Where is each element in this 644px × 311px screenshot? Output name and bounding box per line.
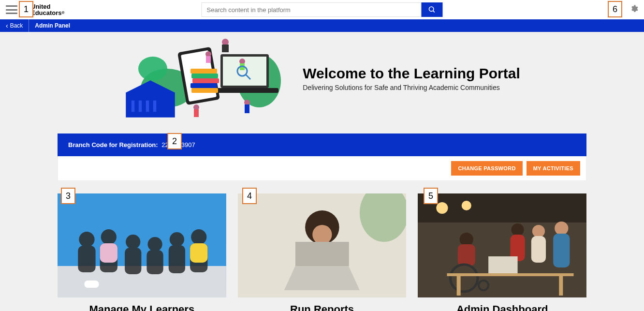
card-manage-learners[interactable]: Manage My Learners — [58, 193, 226, 311]
back-button[interactable]: ‹ Back — [0, 19, 29, 32]
back-label: Back — [10, 22, 23, 29]
top-bar: United Educators — [0, 0, 644, 19]
search-button[interactable] — [422, 2, 443, 17]
svg-rect-47 — [100, 243, 117, 263]
annotation-6: 6 — [608, 1, 622, 17]
card-image-learners — [58, 193, 226, 297]
card-image-reports — [238, 193, 407, 297]
svg-point-43 — [170, 232, 184, 247]
svg-rect-13 — [211, 88, 278, 93]
svg-rect-16 — [191, 88, 218, 93]
admin-panel-link[interactable]: Admin Panel — [29, 22, 76, 29]
svg-rect-20 — [190, 69, 217, 74]
svg-point-37 — [101, 229, 117, 245]
my-activities-button[interactable]: MY ACTIVITIES — [527, 161, 580, 176]
svg-point-61 — [460, 233, 473, 246]
breadcrumb-bar: ‹ Back Admin Panel — [0, 19, 644, 32]
menu-icon[interactable] — [6, 5, 17, 14]
search-icon — [428, 6, 436, 14]
change-password-button[interactable]: CHANGE PASSWORD — [451, 161, 522, 176]
svg-rect-9 — [146, 100, 149, 112]
hero: Welcome to the Learning Portal Deliverin… — [0, 32, 644, 129]
card-run-reports[interactable]: Run Reports — [238, 193, 407, 311]
search-wrap — [202, 2, 443, 17]
card-admin-dashboard[interactable]: Admin Dashboard — [418, 193, 586, 311]
svg-rect-40 — [125, 248, 141, 274]
svg-rect-19 — [191, 74, 218, 78]
svg-rect-22 — [206, 56, 211, 63]
svg-rect-30 — [222, 44, 229, 52]
card-title: Manage My Learners — [58, 303, 226, 311]
annotation-5: 5 — [424, 188, 438, 204]
svg-line-1 — [433, 11, 435, 12]
svg-rect-74 — [559, 276, 563, 296]
card-row: Manage My Learners Run Reports — [58, 193, 586, 311]
annotation-3: 3 — [61, 188, 75, 204]
svg-marker-55 — [284, 264, 359, 290]
svg-rect-26 — [194, 109, 199, 117]
svg-rect-42 — [146, 250, 163, 274]
svg-point-59 — [437, 202, 448, 214]
actions-bar: CHANGE PASSWORD MY ACTIVITIES — [58, 156, 586, 181]
hero-illustration — [124, 35, 283, 122]
svg-rect-73 — [457, 276, 461, 296]
svg-point-53 — [312, 225, 332, 244]
svg-rect-48 — [190, 243, 207, 263]
svg-rect-10 — [153, 100, 157, 112]
branch-label: Branch Code for Registration: — [68, 141, 158, 148]
branch-code-bar: Branch Code for Registration: 2278-93907 — [58, 133, 586, 156]
annotation-1: 1 — [19, 1, 33, 17]
svg-rect-36 — [78, 246, 95, 272]
svg-point-29 — [222, 39, 229, 45]
annotation-4: 4 — [242, 188, 257, 204]
svg-rect-56 — [295, 242, 349, 266]
svg-rect-49 — [84, 281, 99, 288]
search-input[interactable] — [202, 2, 422, 17]
card-title: Run Reports — [238, 303, 407, 311]
gear-icon — [629, 4, 638, 13]
annotation-2: 2 — [167, 133, 182, 149]
svg-point-69 — [555, 222, 569, 235]
card-title: Admin Dashboard — [418, 303, 586, 311]
svg-rect-68 — [531, 236, 546, 263]
svg-rect-18 — [192, 78, 219, 83]
svg-point-39 — [126, 235, 140, 249]
svg-rect-72 — [447, 273, 574, 276]
page-subtitle: Delivering Solutions for Safe and Thrivi… — [303, 84, 520, 91]
logo-text-2: Educators — [31, 10, 64, 16]
svg-point-67 — [532, 225, 545, 237]
main-content: Welcome to the Learning Portal Deliverin… — [0, 32, 644, 311]
svg-rect-44 — [169, 245, 185, 273]
card-image-dashboard — [418, 193, 586, 297]
svg-rect-8 — [138, 100, 142, 112]
settings-button[interactable] — [629, 4, 638, 15]
svg-point-45 — [191, 229, 206, 245]
svg-rect-28 — [245, 104, 249, 113]
chevron-left-icon: ‹ — [6, 22, 8, 29]
hero-text: Welcome to the Learning Portal Deliverin… — [303, 65, 520, 91]
svg-rect-62 — [458, 244, 475, 266]
svg-rect-17 — [190, 83, 217, 88]
svg-point-41 — [147, 237, 162, 252]
svg-point-0 — [429, 7, 434, 11]
page-title: Welcome to the Learning Portal — [303, 65, 520, 82]
svg-rect-7 — [131, 100, 135, 112]
svg-rect-70 — [553, 234, 570, 267]
svg-rect-71 — [488, 256, 517, 273]
svg-point-60 — [462, 201, 471, 210]
svg-point-35 — [79, 232, 94, 247]
svg-point-4 — [138, 57, 167, 81]
illustration-svg — [124, 35, 283, 122]
svg-point-65 — [512, 223, 524, 236]
